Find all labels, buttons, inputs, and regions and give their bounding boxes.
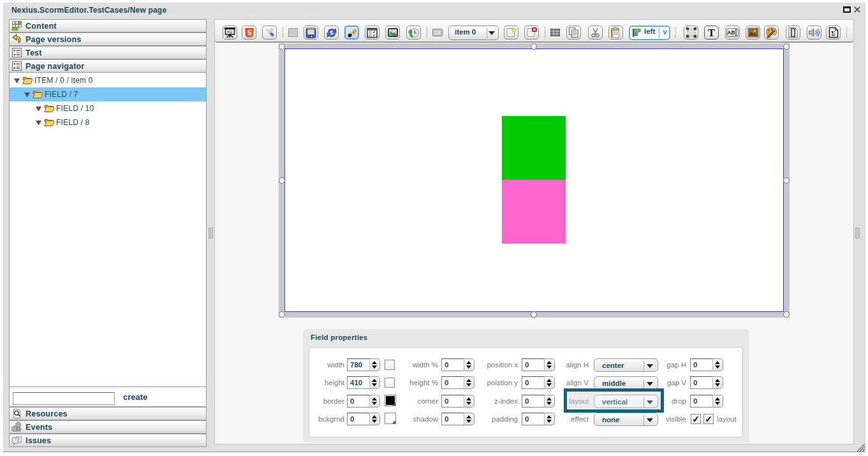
svg-text:AB: AB: [727, 29, 735, 36]
svg-text:?: ?: [13, 438, 17, 443]
svg-text:5: 5: [247, 29, 251, 36]
svg-text:Σ: Σ: [831, 30, 835, 37]
svg-text:T: T: [708, 27, 716, 38]
